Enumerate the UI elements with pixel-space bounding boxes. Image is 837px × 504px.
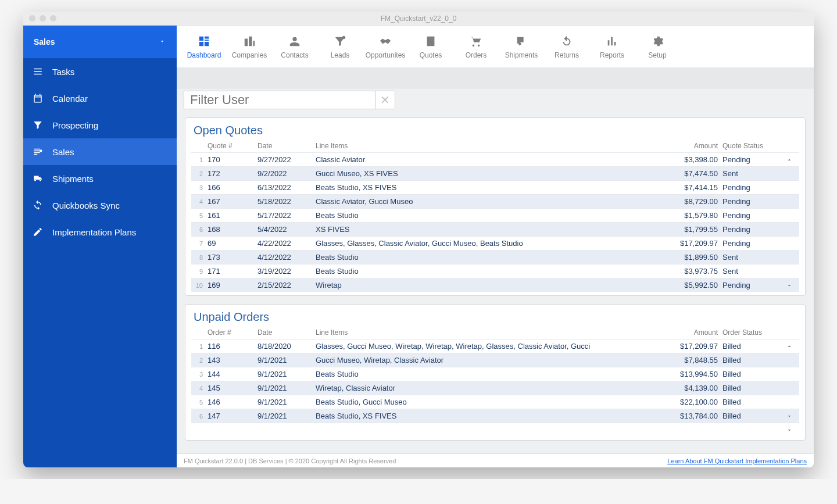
table-row[interactable]: 101692/15/2022Wiretap$5,992.50Pending bbox=[191, 278, 799, 292]
cell-amount: $17,209.97 bbox=[659, 342, 722, 351]
document-icon bbox=[423, 34, 438, 49]
table-row[interactable]: 51615/17/2022Beats Studio$1,579.80Pendin… bbox=[191, 208, 799, 222]
sidebar-item-calendar[interactable]: Calendar bbox=[23, 85, 177, 112]
minimize-window-icon[interactable] bbox=[40, 15, 46, 22]
row-chevron-icon[interactable] bbox=[781, 282, 798, 289]
cell-amount: $3,398.00 bbox=[659, 155, 722, 164]
sidebar-item-prospecting[interactable]: Prospecting bbox=[23, 112, 177, 138]
shipments-icon bbox=[31, 173, 44, 184]
row-chevron-icon[interactable] bbox=[781, 413, 798, 420]
table-row[interactable]: 51469/1/2021Beats Studio, Gucci Museo$22… bbox=[191, 395, 799, 409]
row-index: 8 bbox=[192, 254, 208, 261]
app-window: FM_Quickstart_v22_0_0 Sales Tasks Calend… bbox=[23, 12, 814, 467]
row-index: 6 bbox=[192, 226, 208, 233]
col-status: Order Status bbox=[722, 328, 781, 337]
sidebar: Sales Tasks Calendar Prospecting Sales bbox=[23, 26, 177, 467]
toolbar-contacts[interactable]: Contacts bbox=[272, 26, 317, 67]
zoom-window-icon[interactable] bbox=[50, 15, 56, 22]
toolbar-leads[interactable]: Leads bbox=[317, 26, 363, 67]
cell-items: Classic Aviator, Gucci Museo bbox=[316, 197, 659, 206]
dolly-icon bbox=[514, 34, 529, 49]
toolbar-orders[interactable]: Orders bbox=[453, 26, 499, 67]
sidebar-item-implementation[interactable]: Implementation Plans bbox=[23, 219, 177, 245]
toolbar-reports[interactable]: Reports bbox=[589, 26, 635, 67]
cell-items: Glasses, Glasses, Classic Aviator, Gucci… bbox=[316, 239, 659, 248]
cell-status: Billed bbox=[722, 356, 781, 364]
toolbar-shipments[interactable]: Shipments bbox=[499, 26, 544, 67]
toolbar-setup[interactable]: Setup bbox=[635, 26, 680, 67]
footer-link[interactable]: Learn About FM Quickstart Implementation… bbox=[667, 457, 807, 464]
grid-header: Quote # Date Line Items Amount Quote Sta… bbox=[191, 140, 799, 152]
table-row[interactable]: 21439/1/2021Gucci Museo, Wiretap, Classi… bbox=[191, 353, 799, 367]
table-row[interactable]: 61479/1/2021Beats Studio, XS FIVES$13,78… bbox=[191, 409, 799, 423]
cell-id: 143 bbox=[208, 356, 257, 364]
funnel-icon bbox=[31, 120, 44, 130]
cell-id: 168 bbox=[208, 225, 257, 234]
cell-date: 9/1/2021 bbox=[257, 398, 316, 406]
toolbar-label: Setup bbox=[648, 51, 666, 59]
cell-amount: $3,973.75 bbox=[659, 267, 722, 276]
toolbar-label: Dashboard bbox=[187, 51, 221, 59]
clear-filter-button[interactable]: ✕ bbox=[375, 91, 395, 109]
row-index: 3 bbox=[192, 371, 208, 378]
row-chevron-icon[interactable] bbox=[781, 343, 798, 350]
cell-id: 173 bbox=[208, 253, 257, 262]
row-index: 5 bbox=[192, 212, 208, 219]
table-row[interactable]: 91713/19/2022Beats Studio$3,973.75Sent bbox=[191, 264, 799, 278]
row-index: 6 bbox=[192, 413, 208, 420]
cell-status: Sent bbox=[722, 169, 781, 178]
unpaid-orders-panel: Unpaid Orders Order # Date Line Items Am… bbox=[185, 304, 806, 441]
table-row[interactable]: 61685/4/2022XS FIVES$1,799.55Pending bbox=[191, 222, 799, 236]
cell-date: 8/18/2020 bbox=[257, 342, 316, 351]
bar-chart-icon bbox=[604, 34, 620, 49]
cell-id: 147 bbox=[208, 412, 257, 420]
table-row[interactable]: 11168/18/2020Glasses, Gucci Museo, Wiret… bbox=[191, 339, 799, 353]
traffic-lights bbox=[29, 15, 56, 22]
gear-icon bbox=[650, 34, 665, 49]
toolbar-label: Contacts bbox=[281, 51, 308, 59]
filter-user-input[interactable] bbox=[184, 91, 375, 109]
close-window-icon[interactable] bbox=[29, 15, 35, 22]
cell-items: Beats Studio bbox=[316, 370, 659, 378]
toolbar-companies[interactable]: Companies bbox=[227, 26, 272, 67]
pen-icon bbox=[31, 227, 44, 237]
table-row-more[interactable] bbox=[191, 423, 799, 437]
cell-status: Pending bbox=[722, 281, 781, 289]
grid-header: Order # Date Line Items Amount Order Sta… bbox=[191, 326, 799, 339]
cell-items: Wiretap bbox=[316, 281, 659, 289]
cell-items: Beats Studio, XS FIVES bbox=[316, 183, 659, 192]
sidebar-item-sales[interactable]: Sales bbox=[23, 138, 177, 165]
row-index: 5 bbox=[192, 399, 208, 406]
toolbar-returns[interactable]: Returns bbox=[544, 26, 589, 67]
sidebar-header-label: Sales bbox=[34, 37, 55, 47]
table-row[interactable]: 31666/13/2022Beats Studio, XS FIVES$7,41… bbox=[191, 180, 799, 194]
footer-text: FM Quickstart 22.0.0 | DB Services | © 2… bbox=[184, 457, 396, 464]
cell-date: 9/1/2021 bbox=[257, 370, 316, 378]
table-row[interactable]: 11709/27/2022Classic Aviator$3,398.00Pen… bbox=[191, 152, 799, 166]
table-row[interactable]: 81734/12/2022Beats Studio$1,899.50Sent bbox=[191, 250, 799, 264]
sidebar-item-tasks[interactable]: Tasks bbox=[23, 58, 177, 85]
person-icon bbox=[287, 34, 302, 49]
table-row[interactable]: 41675/18/2022Classic Aviator, Gucci Muse… bbox=[191, 194, 799, 208]
sidebar-module-selector[interactable]: Sales bbox=[23, 26, 177, 58]
cell-id: 170 bbox=[208, 155, 257, 164]
toolbar-label: Companies bbox=[232, 51, 267, 59]
toolbar-opportunities[interactable]: Opportunites bbox=[363, 26, 408, 67]
buildings-icon bbox=[242, 34, 257, 49]
cell-date: 9/27/2022 bbox=[257, 155, 316, 164]
sidebar-item-quickbooks[interactable]: Quickbooks Sync bbox=[23, 192, 177, 219]
toolbar-quotes[interactable]: Quotes bbox=[408, 26, 453, 67]
col-date: Date bbox=[257, 328, 316, 337]
table-row[interactable]: 31449/1/2021Beats Studio$13,994.50Billed bbox=[191, 367, 799, 381]
row-chevron-icon[interactable] bbox=[781, 156, 798, 163]
cell-items: Wiretap, Classic Aviator bbox=[316, 384, 659, 392]
footer: FM Quickstart 22.0.0 | DB Services | © 2… bbox=[177, 453, 814, 467]
sidebar-item-label: Prospecting bbox=[52, 120, 98, 130]
toolbar-dashboard[interactable]: Dashboard bbox=[181, 26, 227, 67]
table-row[interactable]: 21729/2/2022Gucci Museo, XS FIVES$7,474.… bbox=[191, 166, 799, 180]
sidebar-item-shipments[interactable]: Shipments bbox=[23, 165, 177, 192]
table-row[interactable]: 7694/22/2022Glasses, Glasses, Classic Av… bbox=[191, 236, 799, 250]
chevron-down-icon[interactable] bbox=[781, 427, 798, 434]
funnel-icon bbox=[332, 34, 348, 49]
table-row[interactable]: 41459/1/2021Wiretap, Classic Aviator$4,1… bbox=[191, 381, 799, 395]
